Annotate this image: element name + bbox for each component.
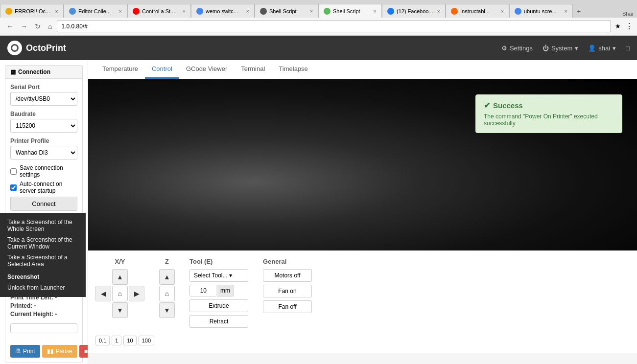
tab-editor[interactable]: Editor Colle... × bbox=[64, 4, 127, 18]
system-link[interactable]: ⏻ System ▾ bbox=[543, 45, 578, 52]
auto-connect-label: Auto-connect on server startup bbox=[20, 181, 77, 194]
fan-on-button[interactable]: Fan on bbox=[263, 285, 312, 297]
tool-distance-input[interactable] bbox=[189, 285, 216, 296]
motors-off-button[interactable]: Motors off bbox=[263, 269, 312, 282]
tab-close-youtube[interactable]: × bbox=[183, 8, 186, 14]
printed-label: Printed: bbox=[10, 302, 32, 309]
tab-close-octoprint[interactable]: × bbox=[55, 8, 58, 14]
cancel-button[interactable]: ■ Cancel bbox=[79, 345, 88, 358]
baudrate-label: Baudrate bbox=[10, 111, 77, 117]
screenshot-item-whole[interactable]: Take a Screenshot of the Whole Screen bbox=[7, 217, 78, 234]
copy-icon-link[interactable]: □ bbox=[626, 45, 630, 52]
z-minus-button[interactable]: ▼ bbox=[159, 302, 175, 318]
tab-close-editor[interactable]: × bbox=[119, 8, 122, 14]
connection-panel-heading: ▩ Connection bbox=[5, 66, 82, 79]
user-chevron-icon: ▾ bbox=[613, 45, 616, 52]
tab-shell2[interactable]: Shell Script × bbox=[318, 4, 382, 18]
xy-step-group: 0.1 1 10 100 bbox=[95, 333, 154, 345]
tab-octoprint[interactable]: ERROR!! Oc... × bbox=[0, 4, 64, 18]
baudrate-group: Baudrate 115200 250000 bbox=[10, 111, 77, 133]
auto-connect-checkbox[interactable] bbox=[10, 184, 17, 191]
forward-button[interactable]: → bbox=[18, 22, 30, 31]
general-column: General Motors off Fan on Fan off bbox=[263, 258, 312, 313]
menu-icon[interactable]: ⋮ bbox=[624, 22, 633, 31]
tab-close-google2[interactable]: × bbox=[565, 8, 567, 14]
svg-point-1 bbox=[12, 46, 17, 50]
tab-close-shell2[interactable]: × bbox=[374, 8, 377, 14]
tab-instructable[interactable]: Instructabl... × bbox=[446, 4, 509, 18]
select-tool-button[interactable]: Select Tool... ▾ bbox=[189, 269, 248, 282]
save-connection-checkbox[interactable] bbox=[10, 168, 17, 175]
power-icon: ⏻ bbox=[543, 45, 549, 52]
success-notification: ✔ Success The command "Power On Printer"… bbox=[475, 94, 622, 133]
current-height-row: Current Height: - bbox=[10, 311, 77, 318]
printed-value: - bbox=[34, 302, 36, 309]
refresh-button[interactable]: ↻ bbox=[32, 22, 43, 31]
tab-gcode[interactable]: GCode Viewer bbox=[179, 60, 234, 79]
tab-close-shell1[interactable]: × bbox=[310, 8, 313, 14]
tab-shell1[interactable]: Shell Script × bbox=[255, 4, 318, 18]
y-minus-button[interactable]: ▼ bbox=[112, 302, 128, 318]
x-minus-button[interactable]: ◀ bbox=[95, 286, 111, 301]
current-height-value: - bbox=[55, 311, 57, 318]
settings-link[interactable]: ⚙ Settings bbox=[501, 45, 533, 52]
baudrate-select[interactable]: 115200 250000 bbox=[10, 119, 77, 133]
screenshot-item-selected[interactable]: Take a Screenshot of a Selected Area bbox=[7, 252, 78, 270]
print-button[interactable]: 🖶 Print bbox=[10, 345, 40, 358]
signal-icon: ▩ bbox=[10, 68, 16, 75]
jog-section: X/Y ▲ ◀ ⌂ ▶ bbox=[88, 250, 637, 353]
tab-close-google1[interactable]: × bbox=[246, 8, 249, 14]
z-plus-button[interactable]: ▲ bbox=[159, 269, 175, 285]
user-link[interactable]: 👤 shai ▾ bbox=[588, 45, 616, 52]
tab-google1[interactable]: wemo switc... × bbox=[191, 4, 255, 18]
tab-title-google2: ubuntu scre... bbox=[524, 8, 563, 14]
xy-home-button[interactable]: ⌂ bbox=[112, 286, 128, 301]
tab-title-facebook: (12) Faceboo... bbox=[397, 8, 435, 14]
tab-google2[interactable]: ubuntu scre... × bbox=[509, 4, 573, 18]
printer-profile-group: Printer Profile Wanhao Di3 Default bbox=[10, 137, 77, 159]
connect-button[interactable]: Connect bbox=[10, 197, 77, 211]
tab-facebook[interactable]: (12) Faceboo... × bbox=[382, 4, 446, 18]
tab-temperature[interactable]: Temperature bbox=[95, 60, 145, 79]
fan-off-button[interactable]: Fan off bbox=[263, 300, 312, 313]
toolbar-icons: ★ ⋮ bbox=[613, 22, 633, 31]
y-plus-button[interactable]: ▲ bbox=[112, 269, 128, 285]
extrude-button[interactable]: Extrude bbox=[189, 299, 248, 312]
new-tab-button[interactable]: + bbox=[573, 5, 585, 18]
screenshot-item-unlock[interactable]: Unlock from Launcher bbox=[7, 282, 78, 293]
general-section: Motors off Fan on Fan off bbox=[263, 269, 312, 313]
tab-bar: ERROR!! Oc... × Editor Colle... × Contro… bbox=[0, 0, 637, 18]
address-bar-input[interactable] bbox=[57, 21, 611, 32]
xy-jog-grid: ▲ ◀ ⌂ ▶ ▼ bbox=[95, 269, 144, 318]
z-home-button[interactable]: ⌂ bbox=[159, 286, 175, 301]
bookmark-icon[interactable]: ★ bbox=[613, 22, 622, 31]
step-btn-100[interactable]: 100 bbox=[139, 336, 154, 345]
pause-button[interactable]: ▮▮ Pause bbox=[42, 345, 77, 358]
tab-youtube[interactable]: Control a St... × bbox=[127, 4, 191, 18]
tab-timelapse[interactable]: Timelapse bbox=[272, 60, 314, 79]
printer-profile-select[interactable]: Wanhao Di3 Default bbox=[10, 146, 77, 159]
success-check-icon: ✔ bbox=[484, 101, 490, 110]
sidebar: ▩ Connection Serial Port /dev/ttyUSB0 /d… bbox=[0, 60, 88, 364]
back-button[interactable]: ← bbox=[4, 22, 16, 31]
screenshot-item-screenshot[interactable]: Screenshot bbox=[7, 272, 78, 282]
tab-title-shell2: Shell Script bbox=[333, 8, 372, 14]
tab-terminal[interactable]: Terminal bbox=[234, 60, 272, 79]
connection-panel-body: Serial Port /dev/ttyUSB0 /dev/ttyUSB1 AU… bbox=[5, 79, 82, 216]
serial-port-select[interactable]: /dev/ttyUSB0 /dev/ttyUSB1 AUTO bbox=[10, 92, 77, 106]
retract-button[interactable]: Retract bbox=[189, 315, 248, 328]
state-input[interactable] bbox=[10, 323, 77, 333]
screenshot-item-window[interactable]: Take a Screenshot of the Current Window bbox=[7, 234, 78, 252]
step-btn-01[interactable]: 0.1 bbox=[95, 336, 110, 345]
app-container: OctoPrint ⚙ Settings ⏻ System ▾ 👤 shai ▾… bbox=[0, 36, 637, 364]
tab-control[interactable]: Control bbox=[145, 60, 179, 79]
step-btn-10[interactable]: 10 bbox=[123, 336, 136, 345]
browser-user-label: Shai bbox=[622, 11, 633, 17]
tab-close-facebook[interactable]: × bbox=[437, 8, 440, 14]
select-tool-chevron-icon: ▾ bbox=[229, 272, 232, 279]
tab-close-instructable[interactable]: × bbox=[501, 8, 504, 14]
step-btn-1[interactable]: 1 bbox=[112, 336, 121, 345]
success-message: The command "Power On Printer" executed … bbox=[484, 113, 614, 127]
x-plus-button[interactable]: ▶ bbox=[129, 286, 144, 301]
home-button[interactable]: ⌂ bbox=[46, 22, 54, 31]
